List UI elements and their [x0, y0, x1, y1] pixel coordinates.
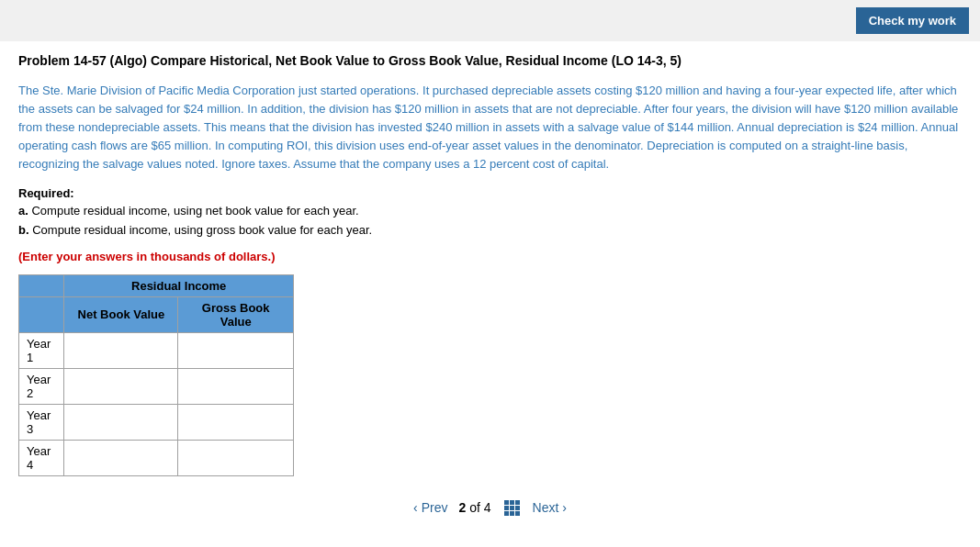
- next-button[interactable]: Next ›: [533, 500, 567, 515]
- col-label-header: [19, 296, 64, 332]
- required-item-a: a. Compute residual income, using net bo…: [18, 202, 962, 221]
- year4-gbv-input[interactable]: [182, 449, 289, 466]
- year2-nbv-input[interactable]: [68, 377, 174, 395]
- item-a-letter: a.: [18, 204, 28, 218]
- year2-gbv-input[interactable]: [182, 377, 289, 395]
- problem-title: Problem 14-57 (Algo) Compare Historical,…: [18, 52, 962, 71]
- col-blank-header: [19, 274, 64, 296]
- page-info: 2 of 4: [458, 500, 490, 515]
- year3-gbv-input[interactable]: [182, 413, 289, 430]
- residual-income-table: Residual Income Net Book Value Gross Boo…: [18, 274, 294, 476]
- required-label: Required:: [18, 186, 962, 200]
- item-b-letter: b.: [18, 223, 29, 237]
- required-item-b: b. Compute residual income, using gross …: [18, 221, 962, 240]
- year1-nbv-cell[interactable]: [64, 332, 178, 368]
- year4-nbv-input[interactable]: [68, 449, 174, 466]
- col-nbv-header: Net Book Value: [64, 296, 178, 332]
- table-row: Year 2: [19, 368, 294, 404]
- year2-label: Year 2: [19, 368, 64, 404]
- table-row: Year 4: [19, 440, 294, 475]
- enter-note: (Enter your answers in thousands of doll…: [18, 250, 962, 263]
- year3-nbv-input[interactable]: [68, 413, 174, 430]
- table-row: Year 1: [19, 332, 294, 368]
- item-b-text: Compute residual income, using gross boo…: [32, 223, 372, 237]
- prev-label: Prev: [422, 500, 448, 515]
- prev-button[interactable]: ‹ Prev: [413, 500, 447, 515]
- chevron-left-icon: ‹: [413, 500, 418, 515]
- year4-label: Year 4: [19, 440, 64, 475]
- required-section: Required: a. Compute residual income, us…: [18, 186, 962, 240]
- pagination: ‹ Prev 2 of 4 Next ›: [0, 486, 980, 525]
- total-pages: 4: [484, 500, 491, 515]
- table-row: Year 3: [19, 404, 294, 440]
- page-of: of: [469, 500, 484, 515]
- year1-gbv-cell[interactable]: [178, 332, 294, 368]
- year3-nbv-cell[interactable]: [64, 404, 178, 440]
- grid-icon[interactable]: [504, 500, 520, 516]
- chevron-right-icon: ›: [562, 500, 567, 515]
- table-main-header: Residual Income: [64, 274, 294, 296]
- current-page: 2: [458, 500, 466, 515]
- year2-gbv-cell[interactable]: [178, 368, 294, 404]
- year4-nbv-cell[interactable]: [64, 440, 178, 475]
- year4-gbv-cell[interactable]: [178, 440, 294, 475]
- year1-gbv-input[interactable]: [182, 341, 289, 359]
- problem-body: The Ste. Marie Division of Pacific Media…: [18, 82, 962, 174]
- year1-label: Year 1: [19, 332, 64, 368]
- check-my-work-button[interactable]: Check my work: [856, 7, 969, 34]
- year3-gbv-cell[interactable]: [178, 404, 294, 440]
- year2-nbv-cell[interactable]: [64, 368, 178, 404]
- item-a-text: Compute residual income, using net book …: [31, 204, 358, 218]
- top-bar: Check my work: [0, 0, 980, 41]
- year3-label: Year 3: [19, 404, 64, 440]
- main-content: Problem 14-57 (Algo) Compare Historical,…: [0, 41, 980, 486]
- required-items: a. Compute residual income, using net bo…: [18, 202, 962, 240]
- col-gbv-header: Gross Book Value: [178, 296, 294, 332]
- year1-nbv-input[interactable]: [68, 341, 174, 359]
- next-label: Next: [533, 500, 559, 515]
